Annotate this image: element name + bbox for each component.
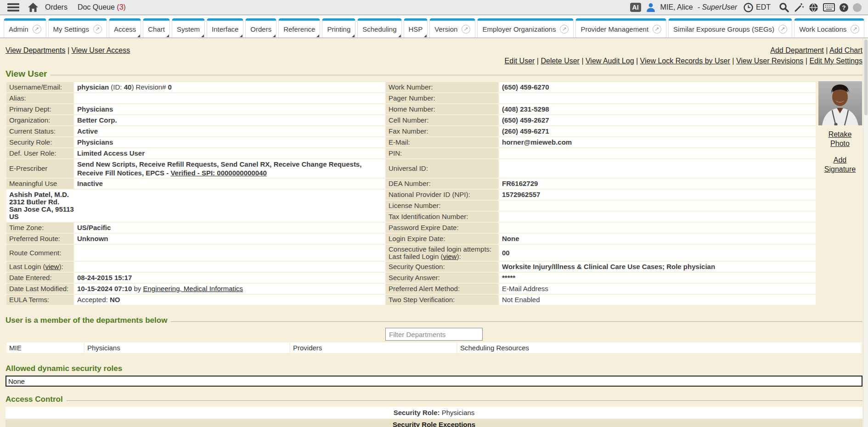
topbar-orders-link[interactable]: Orders — [45, 3, 68, 11]
tab-interface[interactable]: Interface — [207, 18, 243, 38]
table-row: Username/Email: physician (ID: 40) Revis… — [6, 82, 816, 92]
department-cell: Physicians — [85, 343, 289, 353]
view-audit-log-link[interactable]: View Audit Log — [586, 57, 634, 65]
edit-my-settings-link[interactable]: Edit My Settings — [809, 57, 862, 65]
popout-icon[interactable]: ↗ — [462, 25, 470, 34]
field-label: Date Last Modified: — [6, 284, 73, 294]
table-row: Meaningful Use Inactive DEA Number: FR61… — [6, 179, 816, 189]
add-signature-link[interactable]: Add Signature — [822, 156, 858, 174]
field-value — [499, 148, 816, 158]
tab-scheduling[interactable]: Scheduling — [357, 18, 401, 38]
scrollbar-thumb[interactable] — [864, 39, 868, 115]
globe-icon[interactable] — [809, 3, 818, 12]
dropdown-corner-icon — [316, 34, 319, 37]
tab-access[interactable]: Access — [109, 18, 141, 38]
tab-reference[interactable]: Reference — [278, 18, 320, 38]
tab-bar: Admin↗ My Settings↗ Access Chart System … — [0, 15, 868, 38]
popout-icon[interactable]: ↗ — [778, 25, 787, 34]
keyboard-icon[interactable] — [823, 3, 835, 11]
search-icon[interactable] — [779, 2, 789, 12]
top-bar: Orders Doc Queue (3) AI MIE, Alice - Sup… — [0, 0, 868, 15]
label-text: Consecutive failed login attempts: — [389, 245, 491, 253]
home-icon[interactable] — [28, 2, 39, 12]
current-user-role: - SuperUser — [698, 3, 737, 11]
add-chart-link[interactable]: Add Chart — [829, 46, 862, 54]
field-label: Security Role: — [6, 137, 73, 147]
tab-label: HSP — [409, 25, 423, 33]
tab-hsp[interactable]: HSP — [404, 18, 428, 38]
field-label: Fax Number: — [386, 126, 498, 136]
current-user-name[interactable]: MIE, Alice — [660, 3, 693, 11]
field-label: Route Comment: — [6, 245, 73, 261]
tab-system[interactable]: System — [172, 18, 205, 38]
security-role-label: Security Role: — [394, 409, 440, 416]
add-department-link[interactable]: Add Department — [770, 46, 824, 54]
delete-user-link[interactable]: Delete User — [541, 57, 579, 65]
field-value: Inactive — [74, 179, 385, 189]
dynamic-roles-title: Allowed dynamic security roles — [6, 364, 122, 373]
field-value: US/Pacific — [74, 223, 385, 233]
tab-orders[interactable]: Orders — [245, 18, 276, 38]
view-user-access-link[interactable]: View User Access — [72, 46, 130, 54]
text: Accepted: — [77, 296, 110, 303]
label-text: ): — [59, 263, 63, 270]
field-value: Better Corp. — [74, 115, 385, 125]
nav-right-links: Add Department | Add Chart — [770, 46, 862, 55]
tab-employer-organizations[interactable]: Employer Organizations↗ — [477, 18, 574, 38]
help-icon[interactable]: ? — [840, 3, 848, 12]
tab-provider-management[interactable]: Provider Management↗ — [575, 18, 666, 38]
tab-label: Provider Management — [581, 25, 648, 33]
tab-work-locations[interactable]: Work Locations↗ — [794, 18, 864, 38]
status-dot-icon[interactable] — [853, 3, 862, 12]
tab-similar-exposure-groups[interactable]: Similar Exposure Groups (SEGs)↗ — [668, 18, 792, 38]
table-row: EULA Terms: Accepted: NO Two Step Verifi… — [6, 295, 816, 305]
view-last-login-link[interactable]: view — [45, 263, 59, 270]
clock-icon[interactable] — [744, 3, 753, 12]
table-row: Organization: Better Corp. Cell Number: … — [6, 115, 816, 125]
dynamic-roles-value: None — [6, 376, 862, 387]
eula-accepted: NO — [110, 296, 120, 303]
field-value — [74, 93, 385, 103]
ai-badge[interactable]: AI — [630, 3, 641, 12]
view-lock-records-link[interactable]: View Lock Records by User — [640, 57, 730, 65]
field-label: Alias: — [6, 93, 73, 103]
popout-icon[interactable]: ↗ — [851, 25, 859, 34]
view-departments-link[interactable]: View Departments — [6, 46, 65, 54]
magic-wand-icon[interactable] — [794, 2, 804, 12]
spi-verified-link[interactable]: Verified - SPI: 0000000000040 — [170, 169, 266, 177]
topbar-doc-queue-link[interactable]: Doc Queue (3) — [78, 3, 126, 11]
retake-photo-link[interactable]: Retake Photo — [822, 130, 858, 148]
security-role-exceptions-header: Security Role Exceptions — [6, 419, 862, 427]
tab-version[interactable]: Version↗ — [429, 18, 475, 38]
text: by — [132, 285, 143, 292]
view-user-revisions-link[interactable]: View User Revisions — [736, 57, 803, 65]
edit-user-link[interactable]: Edit User — [505, 57, 535, 65]
popout-icon[interactable]: ↗ — [560, 25, 569, 34]
user-details-table: Username/Email: physician (ID: 40) Revis… — [6, 81, 817, 306]
popout-icon[interactable]: ↗ — [33, 25, 41, 34]
tab-chart[interactable]: Chart — [143, 18, 170, 38]
tab-printing[interactable]: Printing — [322, 18, 355, 38]
field-label: Def. User Role: — [6, 148, 73, 158]
tab-label: Employer Organizations — [482, 25, 556, 33]
tab-admin[interactable]: Admin↗ — [4, 18, 46, 38]
field-label: E-Prescriber — [6, 159, 73, 178]
tab-my-settings[interactable]: My Settings↗ — [48, 18, 107, 38]
dropdown-corner-icon — [240, 34, 242, 37]
filter-departments-input[interactable] — [385, 328, 483, 341]
view-failed-login-link[interactable]: view — [443, 253, 457, 260]
popout-icon[interactable]: ↗ — [653, 25, 661, 34]
table-row: Primary Dept: Physicians Home Number: (4… — [6, 104, 816, 114]
popout-icon[interactable]: ↗ — [93, 25, 102, 34]
hamburger-menu-icon[interactable] — [7, 3, 19, 11]
timezone-label: EDT — [756, 3, 771, 11]
modified-by-link[interactable]: Engineering, Medical Informatics — [143, 285, 243, 292]
field-label: Primary Dept: — [6, 104, 73, 114]
vertical-scrollbar[interactable] — [863, 39, 868, 427]
user-icon[interactable] — [646, 2, 656, 12]
security-role-row: Security Role: Physicians — [6, 407, 862, 418]
table-row: Def. User Role: Limited Access User PIN: — [6, 148, 816, 158]
address-line: US — [9, 213, 382, 220]
dropdown-corner-icon — [398, 34, 401, 37]
field-label: PIN: — [386, 148, 498, 158]
